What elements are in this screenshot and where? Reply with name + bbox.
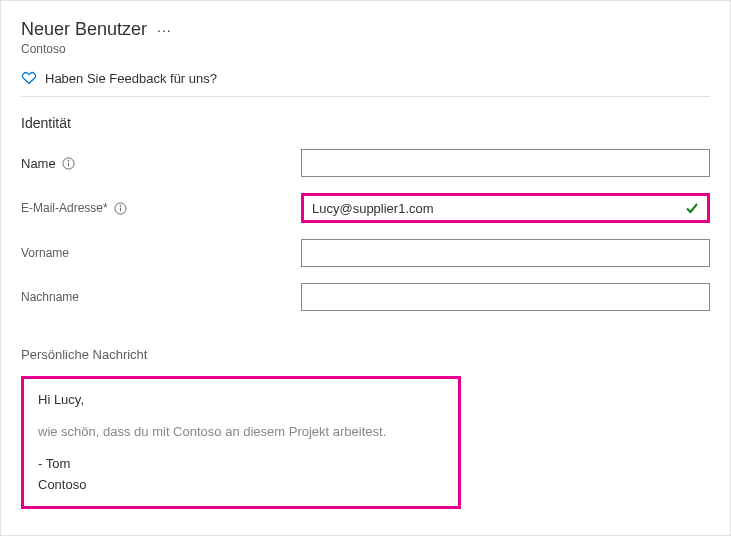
page-title: Neuer Benutzer — [21, 19, 147, 40]
page-header: Neuer Benutzer ··· Contoso — [21, 19, 710, 56]
message-section: Persönliche Nachricht Hi Lucy, wie schön… — [21, 347, 710, 509]
info-icon[interactable] — [62, 157, 75, 170]
firstname-input[interactable] — [301, 239, 710, 267]
identity-section-title: Identität — [21, 115, 710, 131]
message-signature-company: Contoso — [38, 476, 444, 494]
more-actions-icon[interactable]: ··· — [157, 22, 172, 38]
svg-point-5 — [120, 205, 121, 206]
heart-icon — [21, 70, 37, 86]
message-body: wie schön, dass du mit Contoso an diesem… — [38, 423, 444, 441]
info-icon[interactable] — [114, 202, 127, 215]
name-row: Name — [21, 149, 710, 177]
name-input[interactable] — [301, 149, 710, 177]
divider — [21, 96, 710, 97]
name-label: Name — [21, 156, 301, 171]
check-icon — [685, 201, 699, 215]
lastname-row: Nachname — [21, 283, 710, 311]
email-label: E-Mail-Adresse* — [21, 201, 301, 215]
email-input[interactable] — [304, 196, 707, 220]
svg-point-2 — [68, 160, 69, 161]
feedback-link[interactable]: Haben Sie Feedback für uns? — [21, 70, 710, 86]
feedback-text: Haben Sie Feedback für uns? — [45, 71, 217, 86]
message-signature-name: - Tom — [38, 455, 444, 473]
message-section-title: Persönliche Nachricht — [21, 347, 710, 362]
lastname-label: Nachname — [21, 290, 301, 304]
lastname-input[interactable] — [301, 283, 710, 311]
message-greeting: Hi Lucy, — [38, 391, 444, 409]
email-row: E-Mail-Adresse* — [21, 193, 710, 223]
firstname-label: Vorname — [21, 246, 301, 260]
firstname-row: Vorname — [21, 239, 710, 267]
page-subtitle: Contoso — [21, 42, 710, 56]
message-box[interactable]: Hi Lucy, wie schön, dass du mit Contoso … — [21, 376, 461, 509]
